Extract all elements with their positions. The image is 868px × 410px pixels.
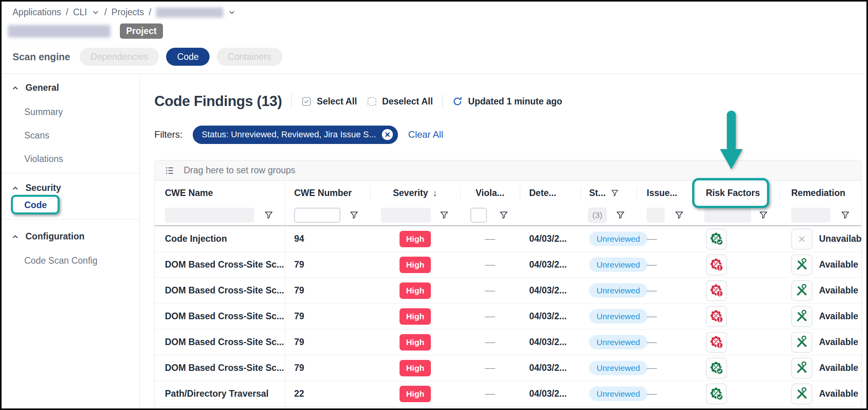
funnel-icon[interactable] <box>840 210 850 220</box>
chevron-down-icon[interactable] <box>92 9 99 16</box>
column-header-status[interactable]: St... <box>580 181 637 205</box>
table-filter-row: (3) <box>155 205 861 226</box>
funnel-icon[interactable] <box>439 210 449 220</box>
deselect-all-button[interactable]: Deselect All <box>367 96 433 107</box>
table-row[interactable]: DOM Based Cross-Site Sc... 79 High — 04/… <box>155 252 861 278</box>
exploit-maturity-ok-icon <box>709 387 724 401</box>
severity-filter-input[interactable] <box>381 208 431 223</box>
refresh-icon[interactable] <box>452 96 463 107</box>
remove-filter-icon[interactable]: ✕ <box>382 129 393 140</box>
funnel-icon[interactable] <box>264 210 274 220</box>
funnel-icon[interactable] <box>674 210 684 220</box>
sidebar-item-code-scan-config[interactable]: Code Scan Config <box>24 255 98 266</box>
table-row[interactable]: DOM Based Cross-Site Sc... 79 High — 04/… <box>155 278 861 304</box>
cell-risk-factors <box>695 228 779 250</box>
breadcrumb-applications[interactable]: Applications <box>13 7 61 18</box>
cell-issue: — <box>637 362 695 374</box>
chevron-up-icon <box>11 233 19 241</box>
sidebar-item-summary[interactable]: Summary <box>24 107 63 117</box>
risk-factor-button[interactable] <box>706 280 727 301</box>
column-header-issue[interactable]: Issue... <box>637 181 695 205</box>
cell-cwe-number: 79 <box>285 311 370 322</box>
breadcrumb-projects[interactable]: Projects <box>112 7 144 18</box>
filter-active-icon <box>610 189 619 198</box>
scan-engine-code[interactable]: Code <box>166 48 210 66</box>
remediation-label: Available <box>819 259 858 270</box>
row-group-dropzone[interactable]: Drag here to set row groups <box>155 160 861 181</box>
table-row[interactable]: Path/Directory Traversal 22 High — 04/03… <box>155 381 861 407</box>
sidebar-item-violations[interactable]: Violations <box>24 154 63 164</box>
column-header-violations[interactable]: Viola... <box>460 181 520 205</box>
risk-factor-button[interactable] <box>706 254 727 275</box>
cell-remediation: Available <box>779 383 861 405</box>
sidebar-section-security[interactable]: Security <box>11 183 61 193</box>
scan-engine-toggle: Scan engine Dependencies Code Containers <box>13 48 282 66</box>
remediation-filter-input[interactable] <box>791 208 830 223</box>
filter-cell-remediation <box>779 205 861 225</box>
table-row[interactable]: Code Injection 94 High — 04/03/2... Unre… <box>155 226 861 252</box>
cell-violations: — <box>460 310 520 322</box>
cwe-number-filter-input[interactable] <box>294 208 340 223</box>
sidebar-section-configuration[interactable]: Configuration <box>11 231 85 242</box>
cell-cwe-name: DOM Based Cross-Site Sc... <box>155 259 285 270</box>
issue-filter-input[interactable] <box>647 208 665 223</box>
breadcrumb-separator: / <box>66 7 68 18</box>
column-header-severity[interactable]: Severity ↓ <box>370 181 460 205</box>
table-row[interactable]: DOM Based Cross-Site Sc... 79 High — 04/… <box>155 329 861 355</box>
cwe-name-filter-input[interactable] <box>165 208 254 223</box>
table-header-row: CWE Name CWE Number Severity ↓ Viola... … <box>155 181 861 205</box>
app-window: { "breadcrumb": { "items": ["Application… <box>0 0 868 410</box>
select-all-button[interactable]: Select All <box>301 96 357 107</box>
exploit-maturity-alert-icon <box>709 257 724 272</box>
breadcrumb: Applications / CLI / Projects / <box>13 7 236 18</box>
column-header-detected[interactable]: Dete... <box>520 181 580 205</box>
column-header-cwe-name[interactable]: CWE Name <box>155 181 285 205</box>
violations-filter-input[interactable] <box>470 208 487 223</box>
column-label: Severity <box>393 188 428 198</box>
column-header-cwe-number[interactable]: CWE Number <box>285 181 370 205</box>
updated-status: Updated 1 minute ago <box>452 96 562 107</box>
risk-factors-filter-input[interactable] <box>704 208 751 223</box>
funnel-icon[interactable] <box>499 210 509 220</box>
deselect-all-label: Deselect All <box>382 96 433 107</box>
filter-cell-severity <box>370 205 460 225</box>
table-row[interactable]: DOM Based Cross-Site Sc... 79 High — 04/… <box>155 355 861 381</box>
sidebar-section-general[interactable]: General <box>11 83 59 93</box>
exploit-maturity-alert-icon <box>709 335 724 349</box>
column-header-risk-factors[interactable]: Risk Factors <box>695 181 779 205</box>
remediation-label: Available <box>819 363 858 373</box>
scan-engine-containers[interactable]: Containers <box>217 48 282 66</box>
clear-all-filters-button[interactable]: Clear All <box>408 129 443 140</box>
status-filter-input[interactable]: (3) <box>588 208 606 223</box>
sidebar-item-code[interactable]: Code <box>24 200 47 210</box>
risk-factor-button[interactable] <box>706 358 727 379</box>
column-label: CWE Name <box>165 188 213 198</box>
cell-risk-factors <box>695 358 779 379</box>
scan-engine-dependencies[interactable]: Dependencies <box>80 48 159 66</box>
risk-factor-button[interactable] <box>706 383 727 405</box>
table-row[interactable]: DOM Based Cross-Site Sc... 79 High — 04/… <box>155 304 861 329</box>
filter-cell-cwe-number <box>285 205 370 225</box>
sidebar-item-scans[interactable]: Scans <box>24 130 49 141</box>
status-filter-chip[interactable]: Status: Unreviewed, Reviewed, Jira Issue… <box>193 126 398 144</box>
remediation-icon-frame <box>791 332 812 353</box>
risk-factor-button[interactable] <box>706 306 727 327</box>
tools-icon <box>795 336 808 349</box>
risk-factor-button[interactable] <box>706 332 727 353</box>
funnel-icon[interactable] <box>349 210 359 220</box>
column-header-remediation[interactable]: Remediation <box>779 181 861 205</box>
cell-issue: — <box>637 310 695 322</box>
cell-severity: High <box>370 334 460 351</box>
risk-factor-button[interactable] <box>706 228 727 250</box>
remediation-icon-frame <box>791 358 812 379</box>
column-label: Remediation <box>791 188 845 198</box>
funnel-icon[interactable] <box>758 210 769 220</box>
column-label: Viola... <box>476 188 505 198</box>
funnel-icon[interactable] <box>615 210 626 220</box>
breadcrumb-cli[interactable]: CLI <box>73 7 87 18</box>
remediation-label: Unavailable <box>819 234 862 244</box>
sidebar-section-label: Configuration <box>25 231 85 242</box>
findings-grid: Drag here to set row groups CWE Name CWE… <box>154 160 862 408</box>
chevron-down-icon[interactable] <box>228 9 236 16</box>
tools-icon <box>795 361 808 375</box>
